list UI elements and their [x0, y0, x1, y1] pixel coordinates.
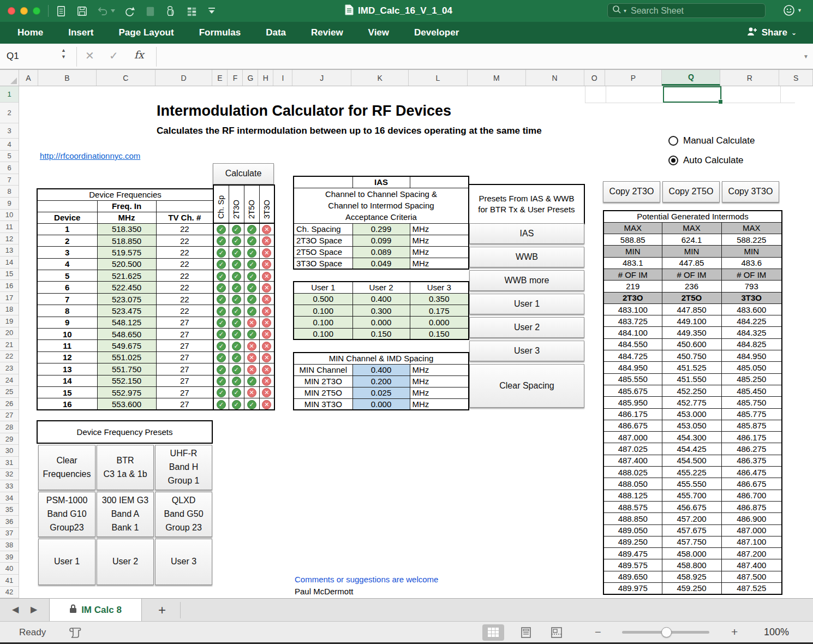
- user-row[interactable]: 0.5000.4000.350: [294, 293, 469, 305]
- search-scope-chevron-icon[interactable]: ▾: [624, 8, 626, 14]
- radio-circle-icon[interactable]: [668, 156, 678, 165]
- freq-preset-button-user-2[interactable]: User 2: [97, 539, 154, 585]
- column-header-d[interactable]: D: [156, 70, 213, 86]
- menu-tab-developer[interactable]: Developer: [414, 27, 459, 38]
- device-row[interactable]: 10548.65027: [37, 329, 213, 340]
- device-row[interactable]: 6522.45022: [37, 282, 213, 293]
- row-header-4[interactable]: 4: [0, 139, 19, 151]
- intermod-row[interactable]: 487.000454.300486.175: [603, 432, 782, 443]
- minimize-window-button[interactable]: [20, 7, 28, 15]
- auto-calculate-radio[interactable]: Auto Calculate: [668, 155, 744, 166]
- row-header-14[interactable]: 14: [0, 257, 19, 269]
- row-header-3[interactable]: 3: [0, 123, 19, 139]
- device-row[interactable]: 12551.02527: [37, 351, 213, 363]
- device-row[interactable]: 11549.67527: [37, 340, 213, 351]
- collapse-ribbon-icon[interactable]: [206, 5, 217, 16]
- ias-row[interactable]: 2T5O Space0.089MHz: [294, 246, 469, 258]
- device-row[interactable]: 1518.35022: [37, 223, 213, 235]
- column-header-p[interactable]: P: [605, 70, 662, 86]
- column-header-k[interactable]: K: [351, 70, 409, 86]
- column-header-i[interactable]: I: [273, 70, 292, 86]
- row-header-10[interactable]: 10: [0, 210, 19, 222]
- add-sheet-button[interactable]: +: [153, 601, 171, 619]
- row-header-31[interactable]: 31: [0, 457, 19, 469]
- device-row[interactable]: 14552.15027: [37, 375, 213, 386]
- intermod-row[interactable]: 486.175453.000485.775: [603, 408, 782, 420]
- row-header-18[interactable]: 18: [0, 303, 19, 315]
- manual-calculate-radio[interactable]: Manual Calculate: [668, 135, 755, 146]
- formula-bar-expand-icon[interactable]: ▼: [803, 53, 809, 59]
- row-header-41[interactable]: 41: [0, 575, 19, 587]
- row-header-13[interactable]: 13: [0, 245, 19, 257]
- row-header-6[interactable]: 6: [0, 162, 19, 174]
- device-row[interactable]: 8523.47522: [37, 305, 213, 317]
- device-frequencies-table[interactable]: Device Frequencies Freq. In Device MHz T…: [37, 188, 214, 410]
- zoom-out-button[interactable]: −: [595, 626, 601, 639]
- preset-button-user-1[interactable]: User 1: [469, 294, 584, 314]
- intermod-row[interactable]: 488.050455.550486.675: [603, 478, 782, 490]
- column-header-h[interactable]: H: [258, 70, 273, 86]
- row-header-1[interactable]: 1: [0, 86, 19, 103]
- device-row[interactable]: 9548.12527: [37, 317, 213, 328]
- zoom-window-button[interactable]: [33, 7, 40, 15]
- freq-preset-button-uhf-r-band-h-group-1[interactable]: UHF-R Band H Group 1: [155, 445, 212, 490]
- column-header-l[interactable]: L: [409, 70, 468, 86]
- row-header-42[interactable]: 42: [0, 587, 19, 598]
- column-header-b[interactable]: B: [38, 70, 97, 86]
- freq-preset-button-btr-c3-1a-1b[interactable]: BTR C3 1a & 1b: [97, 445, 154, 490]
- row-header-29[interactable]: 29: [0, 433, 19, 445]
- row-header-33[interactable]: 33: [0, 480, 19, 492]
- comments-link[interactable]: Comments or suggestions are welcome: [295, 575, 438, 584]
- active-cell-q1[interactable]: [663, 86, 721, 103]
- intermod-row[interactable]: 484.950451.525485.050: [603, 362, 782, 373]
- ias-row[interactable]: 3T3O Space0.049MHz: [294, 258, 469, 269]
- max-values-row[interactable]: 588.85624.1588.225: [603, 234, 782, 246]
- menu-tab-page-layout[interactable]: Page Layout: [119, 27, 174, 38]
- feedback-smiley-button[interactable]: ▼: [782, 4, 802, 17]
- min-spacing-row[interactable]: MIN 2T5O0.025MHz: [294, 387, 469, 398]
- close-window-button[interactable]: [8, 7, 15, 15]
- intermod-row[interactable]: 488.575456.675486.875: [603, 501, 782, 512]
- device-row[interactable]: 2518.85022: [37, 235, 213, 246]
- confirm-entry-icon[interactable]: ✓: [109, 49, 118, 62]
- row-header-7[interactable]: 7: [0, 174, 19, 186]
- row-header-17[interactable]: 17: [0, 292, 19, 304]
- website-link[interactable]: http://rfcoordinationnyc.com: [40, 151, 140, 160]
- sheet-canvas[interactable]: 1234567891011121314151617181920212223242…: [0, 86, 813, 598]
- next-sheet-icon[interactable]: ▶: [31, 604, 37, 615]
- column-header-a[interactable]: A: [19, 70, 38, 86]
- row-header-8[interactable]: 8: [0, 186, 19, 198]
- column-header-m[interactable]: M: [468, 70, 526, 86]
- device-row[interactable]: 13551.75027: [37, 363, 213, 375]
- row-header-34[interactable]: 34: [0, 492, 19, 504]
- zoom-slider-thumb[interactable]: [661, 627, 672, 637]
- menu-tab-formulas[interactable]: Formulas: [199, 27, 241, 38]
- ias-row[interactable]: Ch. Spacing0.299MHz: [294, 223, 469, 235]
- column-header-g[interactable]: G: [243, 70, 258, 86]
- row-header-35[interactable]: 35: [0, 504, 19, 516]
- column-header-s[interactable]: S: [779, 70, 813, 86]
- calculate-button[interactable]: Calculate: [213, 163, 274, 184]
- macro-record-icon[interactable]: [68, 626, 82, 641]
- device-row[interactable]: 15552.97527: [37, 386, 213, 398]
- row-header-11[interactable]: 11: [0, 221, 19, 233]
- paste-icon[interactable]: [144, 5, 157, 17]
- intermod-row[interactable]: 489.650458.925487.500: [603, 571, 782, 582]
- column-header-j[interactable]: J: [292, 70, 351, 86]
- column-header-c[interactable]: C: [97, 70, 156, 86]
- row-header-24[interactable]: 24: [0, 374, 19, 386]
- row-header-20[interactable]: 20: [0, 327, 19, 339]
- device-row[interactable]: 4520.50022: [37, 258, 213, 270]
- menu-tab-insert[interactable]: Insert: [68, 27, 93, 38]
- column-header-e[interactable]: E: [212, 70, 228, 86]
- intermod-row[interactable]: 487.400454.500486.375: [603, 455, 782, 466]
- row-header-30[interactable]: 30: [0, 445, 19, 457]
- row-header-38[interactable]: 38: [0, 539, 19, 551]
- row-header-37[interactable]: 37: [0, 528, 19, 540]
- format-painter-icon[interactable]: [165, 5, 177, 17]
- row-header-16[interactable]: 16: [0, 280, 19, 292]
- row-header-27[interactable]: 27: [0, 410, 19, 422]
- intermod-row[interactable]: 489.250457.750487.100: [603, 536, 782, 547]
- intermod-row[interactable]: 489.475458.000487.200: [603, 548, 782, 559]
- undo-icon[interactable]: [97, 5, 115, 17]
